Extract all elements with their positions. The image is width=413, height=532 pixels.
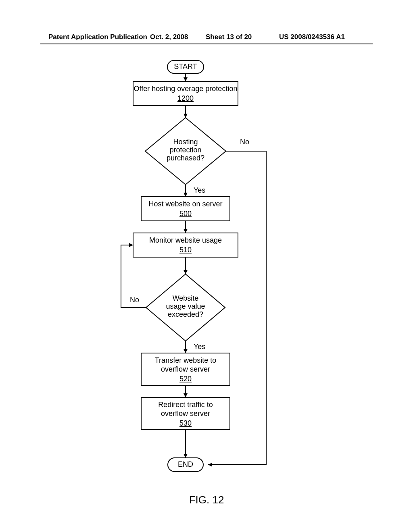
redirect-ref: 530 xyxy=(179,419,192,427)
redirect-l1: Redirect traffic to xyxy=(158,401,213,409)
d2-no-label: No xyxy=(130,296,139,304)
flowchart: START Offer hosting overage protection 1… xyxy=(0,56,413,492)
monitor-text: Monitor website usage xyxy=(149,236,222,244)
transfer-ref: 520 xyxy=(179,375,192,383)
d2-l3: exceeded? xyxy=(168,310,203,318)
offer-ref: 1200 xyxy=(177,94,194,102)
d2-l1: Website xyxy=(173,294,199,302)
figure-caption: FIG. 12 xyxy=(0,494,413,506)
header-pubno: US 2008/0243536 A1 xyxy=(279,33,345,41)
d1-l3: purchased? xyxy=(167,154,204,162)
d1-l1: Hosting xyxy=(173,138,198,146)
transfer-l1: Transfer website to xyxy=(155,356,216,364)
d1-no-label: No xyxy=(240,138,249,146)
header-date: Oct. 2, 2008 xyxy=(150,33,188,41)
host-ref: 500 xyxy=(179,210,192,218)
d1-yes-label: Yes xyxy=(194,186,205,194)
d1-l2: protection xyxy=(169,146,201,154)
header-rule xyxy=(40,44,373,44)
transfer-l2: overflow server xyxy=(161,365,210,373)
d2-l2: usage value xyxy=(166,302,205,310)
end-label: END xyxy=(178,460,193,468)
host-text: Host website on server xyxy=(148,200,222,208)
monitor-ref: 510 xyxy=(179,246,192,254)
redirect-l2: overflow server xyxy=(161,409,210,418)
d2-yes-label: Yes xyxy=(194,343,205,351)
header-sheet: Sheet 13 of 20 xyxy=(206,33,252,41)
offer-text: Offer hosting overage protection xyxy=(134,85,238,93)
header-left: Patent Application Publication xyxy=(48,33,147,41)
start-label: START xyxy=(174,62,197,71)
